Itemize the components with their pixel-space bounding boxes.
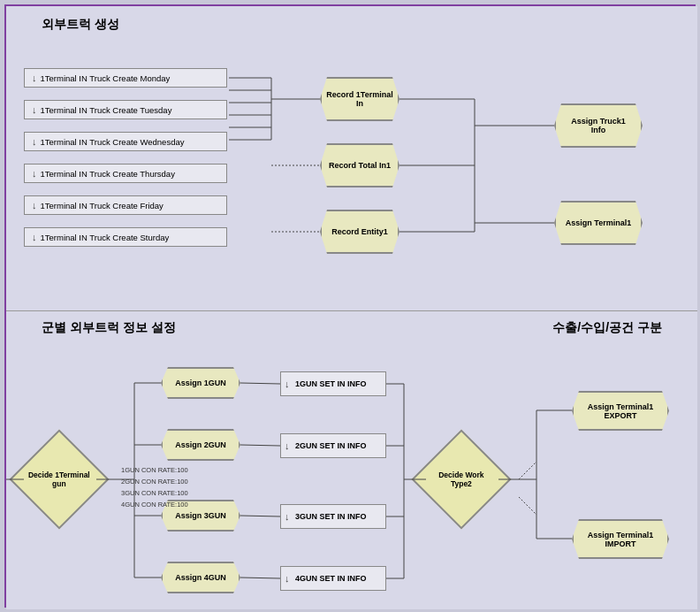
truck-tuesday[interactable]: 1Terminal IN Truck Create Tuesday xyxy=(24,100,227,119)
truck-saturday[interactable]: 1Terminal IN Truck Create Sturday xyxy=(24,227,227,247)
assign-terminal-import[interactable]: Assign Terminal1IMPORT xyxy=(572,519,669,559)
record-terminal-in[interactable]: Record 1TerminalIn xyxy=(320,77,399,121)
truck-wednesday[interactable]: 1Terminal IN Truck Create Wednesday xyxy=(24,132,227,151)
decide-work-type2[interactable]: Decide Work Type2 xyxy=(411,429,511,529)
decision-label-4gun: 4GUN CON RATE:100 xyxy=(121,501,188,509)
svg-line-23 xyxy=(240,383,280,384)
record-total-in[interactable]: Record Total In1 xyxy=(320,143,399,187)
bottom-title-left: 군별 외부트럭 정보 설정 xyxy=(42,320,176,336)
main-container: 외부트럭 생성 1Terminal IN Truck Create Monday… xyxy=(4,4,696,608)
record-entity[interactable]: Record Entity1 xyxy=(320,210,399,254)
decision-label-2gun: 2GUN CON RATE:100 xyxy=(121,478,188,486)
gun-set-4[interactable]: 4GUN SET IN INFO xyxy=(280,566,386,591)
svg-line-24 xyxy=(240,445,280,446)
svg-line-26 xyxy=(240,578,280,578)
truck-thursday[interactable]: 1Terminal IN Truck Create Thursday xyxy=(24,164,227,183)
truck-monday[interactable]: 1Terminal IN Truck Create Monday xyxy=(24,68,227,88)
assign-2gun[interactable]: Assign 2GUN xyxy=(161,429,240,461)
decide-terminal-gun[interactable]: Decide 1Terminal gun xyxy=(9,429,109,529)
gun-set-1[interactable]: 1GUN SET IN INFO xyxy=(280,371,386,396)
gun-set-2[interactable]: 2GUN SET IN INFO xyxy=(280,433,386,458)
assign-terminal-export[interactable]: Assign Terminal1EXPORT xyxy=(572,391,669,431)
decision-label-3gun: 3GUN CON RATE:100 xyxy=(121,489,188,497)
truck-list: 1Terminal IN Truck Create Monday 1Termin… xyxy=(24,68,227,247)
svg-line-37 xyxy=(519,462,536,479)
svg-line-25 xyxy=(240,516,280,516)
svg-line-38 xyxy=(519,497,536,515)
top-section: 외부트럭 생성 1Terminal IN Truck Create Monday… xyxy=(6,6,697,311)
decision-label-1gun: 1GUN CON RATE:100 xyxy=(121,466,188,474)
assign-terminal1-top[interactable]: Assign Terminal1 xyxy=(554,201,643,245)
gun-set-3[interactable]: 3GUN SET IN INFO xyxy=(280,504,386,529)
assign-4gun[interactable]: Assign 4GUN xyxy=(161,562,240,593)
bottom-section: 군별 외부트럭 정보 설정 수출/수입/공건 구분 Decide 1Termin… xyxy=(6,311,697,609)
bottom-title-right: 수출/수입/공건 구분 xyxy=(552,320,662,336)
top-title: 외부트럭 생성 xyxy=(42,17,119,33)
assign-truck1-info[interactable]: Assign Truck1Info xyxy=(554,103,643,148)
bottom-connections xyxy=(6,311,697,609)
assign-1gun[interactable]: Assign 1GUN xyxy=(161,367,240,399)
truck-friday[interactable]: 1Terminal IN Truck Create Friday xyxy=(24,195,227,215)
